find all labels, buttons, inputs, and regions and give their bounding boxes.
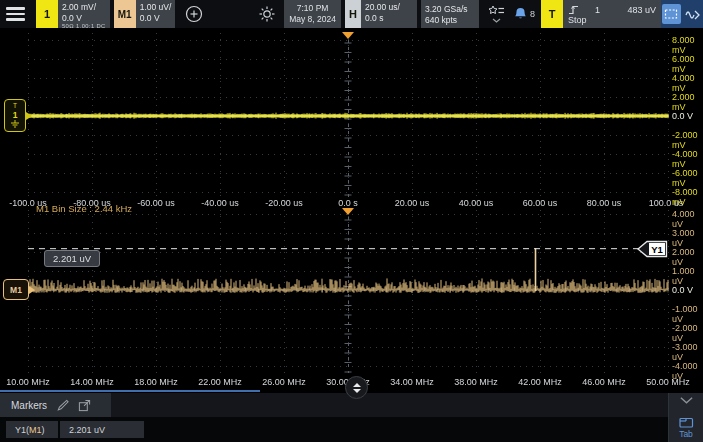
- clock-time: 7:10 PM: [297, 3, 329, 14]
- trigger-level: 483 uV: [627, 5, 656, 15]
- waveform-arrow-icon: [685, 8, 701, 21]
- trigger-time-marker[interactable]: [342, 32, 354, 39]
- fft-y-label: 4.000 uV: [672, 209, 703, 229]
- notifications-button[interactable]: 8: [509, 0, 539, 28]
- m1-marker-label: M1: [10, 285, 22, 295]
- m1-settings[interactable]: 1.00 uV/ 0.0 V: [136, 0, 176, 28]
- trigger-settings[interactable]: 1 483 uV Stop: [563, 0, 661, 28]
- scroll-indicator[interactable]: [0, 390, 260, 392]
- trigger-source: 1: [595, 5, 600, 15]
- marker-result-name[interactable]: Y1(M1): [6, 421, 58, 438]
- ground-icon: [10, 120, 20, 128]
- collapse-chevron-icon[interactable]: [679, 396, 694, 405]
- fft-x-label: 26.00 MHz: [252, 377, 316, 387]
- horizontal-button[interactable]: H: [345, 0, 361, 28]
- math-m1-button[interactable]: M1: [114, 0, 136, 28]
- fft-x-label: 14.00 MHz: [60, 377, 124, 387]
- channel-1-coupling: 50Ω 1.00:1 DC: [62, 23, 106, 30]
- fft-x-label: 22.00 MHz: [188, 377, 252, 387]
- add-tab-button[interactable]: Tab: [679, 416, 694, 439]
- brightness-icon: [258, 5, 276, 23]
- notification-count: 8: [530, 9, 535, 19]
- fft-y-label: -3.000 uV: [672, 342, 703, 362]
- channel-marker-pointer: [26, 112, 32, 120]
- bell-icon: [513, 6, 528, 22]
- scope-y-label: -4.000 mV: [672, 149, 703, 169]
- fft-bin-size-annotation: M1 Bin Size : 2.44 kHz: [36, 203, 132, 214]
- m1-scale: 1.00 uV/: [140, 2, 172, 13]
- bottom-right-panel: Tab: [668, 393, 703, 442]
- quick-actions-button[interactable]: [485, 0, 509, 28]
- m1-offset: 0.0 V: [140, 13, 172, 24]
- fft-center-marker[interactable]: [342, 208, 354, 215]
- marker-results-bar: Y1(M1) 2.201 uV: [0, 417, 703, 442]
- arrow-down-icon: [353, 389, 361, 393]
- fft-y-label: -2.000 uV: [672, 323, 703, 343]
- scope-x-label: 0.0 s: [316, 198, 380, 208]
- zoom-tools: [661, 0, 703, 28]
- plus-circle-icon: [185, 5, 203, 23]
- fft-y-label: 2.000 uV: [672, 247, 703, 267]
- scope-y-label: 6.000 mV: [672, 54, 703, 74]
- star-list-icon: [488, 5, 505, 18]
- trigger-button[interactable]: T: [541, 0, 563, 28]
- chevron-down-icon: [492, 18, 501, 23]
- scope-y-label: 2.000 mV: [672, 92, 703, 112]
- display-settings-button[interactable]: [254, 0, 280, 28]
- horizontal-delay: 0.0 s: [365, 13, 413, 24]
- scope-y-label: 0.0 V: [672, 111, 703, 121]
- markers-tab-label: Markers: [11, 400, 47, 411]
- scope-x-label: 80.00 us: [572, 198, 636, 208]
- waveform-tool-button[interactable]: [684, 4, 703, 24]
- marker-value-label[interactable]: 2.201 uV: [44, 250, 100, 267]
- arrow-up-icon: [353, 383, 361, 387]
- horizontal-scale: 20.00 us/: [365, 2, 413, 13]
- channel-1-button[interactable]: 1: [36, 0, 58, 28]
- channel-marker-trigger-label: T: [13, 103, 17, 110]
- scope-y-label: -2.000 mV: [672, 130, 703, 150]
- box-zoom-button[interactable]: [662, 4, 681, 24]
- channel-1-offset: 0.0 V: [62, 13, 106, 24]
- channel-1-scale: 2.00 mV/: [62, 2, 106, 13]
- fft-x-label: 34.00 MHz: [380, 377, 444, 387]
- oscilloscope-app: 1 2.00 mV/ 0.0 V 50Ω 1.00:1 DC M1 1.00 u…: [0, 0, 703, 442]
- memory-depth: 640 kpts: [425, 15, 475, 26]
- markers-tab[interactable]: Markers: [0, 393, 111, 417]
- channel-1-ground-marker[interactable]: T 1: [4, 99, 26, 132]
- tab-label: Tab: [679, 429, 693, 439]
- rising-edge-icon: [568, 4, 579, 15]
- export-icon[interactable]: [78, 399, 91, 412]
- waveform-display[interactable]: [0, 0, 703, 393]
- scope-x-label: 40.00 us: [444, 198, 508, 208]
- scope-x-label: -60.00 us: [124, 198, 188, 208]
- acquisition-status[interactable]: 3.20 GSa/s 640 kpts: [421, 0, 479, 28]
- selection-rectangle-icon: [664, 8, 678, 20]
- scope-y-label: 4.000 mV: [672, 73, 703, 93]
- fft-y-label: 1.000 uV: [672, 266, 703, 286]
- fft-x-label: 38.00 MHz: [444, 377, 508, 387]
- fft-y-label: 0.0 V: [672, 285, 703, 295]
- m1-ground-marker[interactable]: M1: [3, 279, 29, 300]
- trigger-mode: Stop: [568, 15, 656, 25]
- horizontal-settings[interactable]: 20.00 us/ 0.0 s: [361, 0, 417, 28]
- marker-result-value[interactable]: 2.201 uV: [60, 421, 144, 438]
- fft-x-label: 46.00 MHz: [572, 377, 636, 387]
- panel-collapse-button[interactable]: [345, 376, 368, 399]
- edit-pencil-icon[interactable]: [56, 399, 69, 412]
- clock[interactable]: 7:10 PM May 8, 2024: [284, 0, 341, 28]
- y1-flag-label: Y1: [651, 244, 663, 255]
- scope-x-label: -20.00 us: [252, 198, 316, 208]
- fft-x-label: 42.00 MHz: [508, 377, 572, 387]
- fft-y-label: 3.000 uV: [672, 228, 703, 248]
- scope-y-label: 8.000 mV: [672, 35, 703, 55]
- fft-x-label: 18.00 MHz: [124, 377, 188, 387]
- add-waveform-button[interactable]: [181, 0, 207, 28]
- scope-x-label: 60.00 us: [508, 198, 572, 208]
- scope-x-label: 100.0 us: [634, 198, 698, 208]
- fft-x-label: 50.00 MHz: [636, 377, 700, 387]
- m1-marker-pointer: [29, 286, 35, 294]
- menu-button[interactable]: [0, 0, 36, 28]
- channel-1-settings[interactable]: 2.00 mV/ 0.0 V 50Ω 1.00:1 DC: [58, 0, 110, 28]
- y1-marker-flag[interactable]: Y1: [637, 240, 668, 262]
- clock-date: May 8, 2024: [289, 14, 336, 25]
